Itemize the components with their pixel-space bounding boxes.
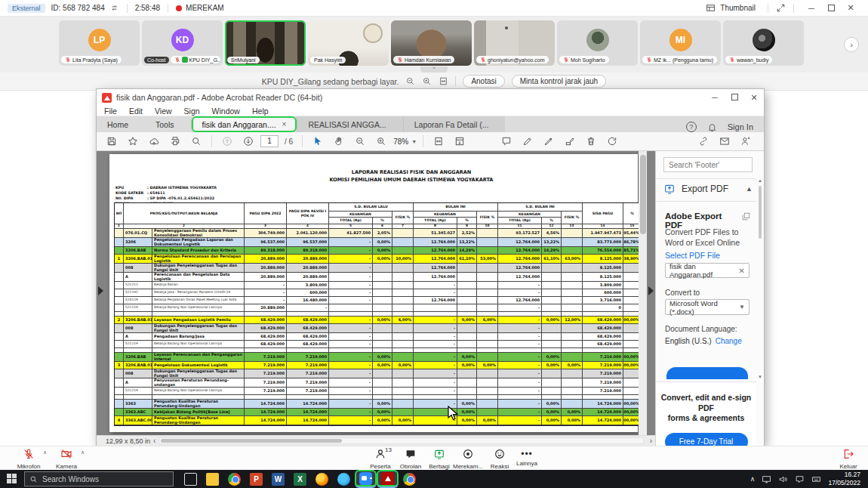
swap-icon[interactable]	[109, 3, 119, 13]
zoom-icon[interactable]	[355, 470, 377, 488]
acrobat-minimize-button[interactable]: ─	[705, 93, 725, 102]
chrome-profile-icon[interactable]	[399, 470, 420, 488]
pdf-vertical-scrollbar[interactable]	[639, 151, 647, 435]
participant-tile[interactable]: LP Lita Pradyta (Saya)	[59, 20, 140, 66]
add-person-icon[interactable]	[737, 134, 755, 150]
document-tab[interactable]: Home	[97, 116, 145, 132]
export-pdf-section[interactable]: Export PDF ▲	[663, 183, 753, 195]
select-tool-icon[interactable]	[309, 134, 327, 150]
find-icon[interactable]	[187, 134, 205, 150]
close-tab-icon[interactable]: ×	[282, 120, 287, 128]
document-tab[interactable]: REALISASI ANGGA...	[297, 116, 402, 132]
participant-tile[interactable]: MI MZ ik... (Pengguna tamu)	[640, 20, 721, 66]
minimize-button[interactable]: ─	[802, 4, 821, 13]
zoom-out-icon[interactable]	[405, 76, 415, 86]
tools-panel-toggle[interactable]	[648, 286, 654, 295]
zoom-in-icon[interactable]	[422, 76, 432, 86]
star-favorites-icon[interactable]	[124, 134, 142, 150]
notifications-icon[interactable]	[795, 474, 805, 484]
copy-icon[interactable]	[741, 212, 751, 221]
participant-tile[interactable]: wawan_budiy	[723, 20, 804, 66]
chrome-icon[interactable]	[223, 470, 245, 488]
notifications-bell-icon[interactable]	[707, 122, 717, 132]
change-language-link[interactable]: Change	[716, 337, 742, 345]
acrobat-icon[interactable]	[377, 470, 399, 488]
pdf-horizontal-scrollbar[interactable]	[159, 437, 643, 444]
sticky-notes-icon[interactable]	[202, 470, 223, 488]
document-tab[interactable]: Laporan Fa Detail (...	[403, 116, 506, 132]
participant-tile[interactable]: SriMulyani	[225, 20, 306, 66]
start-button[interactable]	[7, 474, 17, 484]
edge-icon[interactable]	[333, 470, 355, 488]
previous-page-button[interactable]	[218, 134, 236, 150]
remove-file-icon[interactable]: ✕	[739, 267, 745, 275]
print-icon[interactable]	[166, 134, 184, 150]
participant-tile[interactable]: KD Co-host KPU DIY_G...	[142, 20, 223, 66]
zoom-in-button[interactable]	[372, 134, 390, 150]
participant-tile[interactable]: ghoniyatun@yahoo.com	[474, 20, 555, 66]
camera-options-chevron[interactable]: ∧	[81, 449, 85, 456]
scroll-right-icon[interactable]: ›	[650, 437, 652, 445]
fit-page-icon[interactable]	[429, 134, 448, 150]
scroll-left-icon[interactable]: ‹	[153, 437, 155, 445]
fit-screen-icon[interactable]	[439, 76, 448, 86]
remote-control-button[interactable]: Minta kontrol jarak jauh	[512, 75, 606, 88]
participant-tile[interactable]: Pak Hasyim	[308, 20, 389, 66]
participant-tile[interactable]: Hamdan Kurniawan	[391, 20, 472, 66]
menu-item[interactable]: View	[155, 107, 172, 116]
powerpoint-icon[interactable]: P	[245, 470, 267, 488]
zoom-out-button[interactable]	[351, 134, 369, 150]
display-icon[interactable]	[762, 474, 771, 484]
format-select[interactable]: Microsoft Word (*.docx) ▼	[665, 299, 749, 315]
word-icon[interactable]: W	[267, 470, 289, 488]
help-icon[interactable]: ?	[686, 122, 697, 132]
selected-file-chip[interactable]: fisik dan Anggaran.pdf ✕	[665, 263, 749, 278]
keyboard-icon[interactable]	[811, 474, 821, 484]
leave-button[interactable]: Keluar	[829, 448, 868, 470]
tray-chevron-icon[interactable]: ∧	[750, 475, 756, 483]
taskbar-clock[interactable]: 16.27 17/05/2022	[828, 471, 863, 486]
next-participants-button[interactable]: ›	[844, 37, 859, 52]
email-icon[interactable]	[716, 134, 734, 150]
delete-icon[interactable]	[582, 134, 600, 150]
next-page-button[interactable]	[239, 134, 257, 150]
restore-button[interactable]	[821, 4, 841, 13]
menu-item[interactable]: Edit	[129, 107, 143, 116]
menu-item[interactable]: Window	[212, 107, 240, 116]
acrobat-maximize-button[interactable]	[725, 93, 744, 102]
tools-search-input[interactable]	[663, 157, 753, 172]
taskbar-search[interactable]: Search Windows	[24, 471, 174, 486]
thumbnail-label[interactable]: Thumbnail	[720, 4, 756, 12]
convert-button-clipped[interactable]	[666, 367, 748, 379]
more-button[interactable]: ••• Lainnya	[507, 448, 546, 467]
menu-item[interactable]: Sign	[184, 107, 200, 116]
highlight-icon[interactable]	[519, 134, 537, 150]
save-icon[interactable]	[103, 134, 121, 150]
zoom-level-select[interactable]: 78%▼	[393, 137, 417, 146]
task-view-icon[interactable]	[180, 470, 202, 488]
header-footer-icon[interactable]	[451, 134, 469, 150]
thumbnail-view-icon[interactable]	[706, 3, 716, 13]
sign-in-button[interactable]: Sign In	[728, 122, 753, 131]
sign-icon[interactable]	[540, 134, 558, 150]
hand-tool-icon[interactable]	[330, 134, 348, 150]
microphone-button[interactable]: ∧ Mikrofon	[9, 448, 48, 470]
page-number-input[interactable]: 1	[260, 135, 279, 147]
acrobat-close-button[interactable]: ✕	[744, 93, 764, 103]
select-pdf-file-link[interactable]: Select PDF File	[665, 251, 720, 260]
menu-item[interactable]: File	[104, 107, 117, 116]
thumbnails-pane-toggle[interactable]	[98, 286, 103, 295]
comment-icon[interactable]	[497, 134, 516, 150]
speaker-icon[interactable]	[778, 474, 788, 484]
fullscreen-icon[interactable]	[776, 3, 786, 13]
close-button[interactable]: ✕	[841, 3, 860, 13]
menu-item[interactable]: Help	[252, 107, 269, 116]
cloud-upload-icon[interactable]	[145, 134, 163, 150]
firefox-icon[interactable]	[311, 470, 333, 488]
refresh-icon[interactable]	[603, 134, 621, 150]
panel-scrollbar[interactable]: ▲▼	[758, 178, 762, 379]
document-tab[interactable]: fisik dan Anggaran.... ×	[191, 116, 297, 132]
fill-sign-icon[interactable]	[561, 134, 579, 150]
collapse-section-icon[interactable]: ▲	[746, 185, 753, 193]
annotate-button[interactable]: Anotasi	[463, 75, 504, 88]
